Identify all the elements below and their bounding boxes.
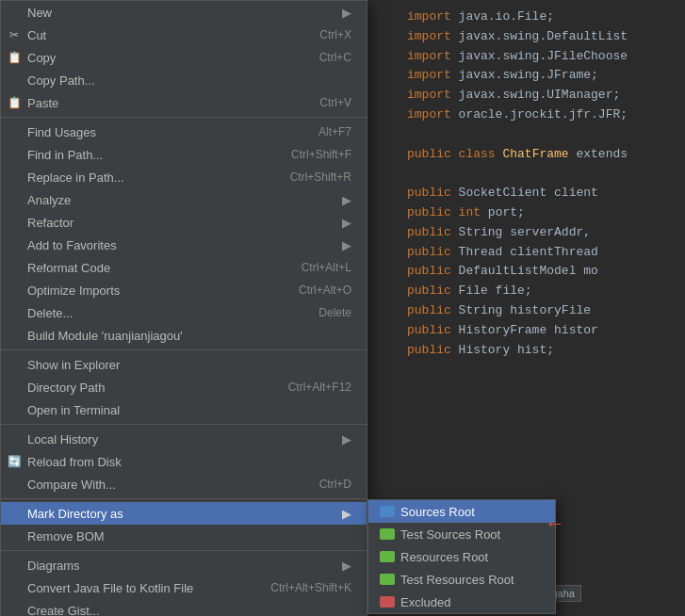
- resources-root-label: Resources Root: [400, 550, 488, 564]
- optimize-imports-label: Optimize Imports: [27, 284, 280, 298]
- add-to-favorites-label: Add to Favorites: [27, 238, 338, 252]
- show-in-explorer-label: Show in Explorer: [27, 358, 351, 372]
- local-history-arrow: ▶: [342, 432, 351, 446]
- replace-in-path-shortcut: Ctrl+Shift+R: [290, 170, 351, 184]
- excluded-label: Excluded: [400, 595, 450, 609]
- menu-item-convert-java-to-kotlin[interactable]: Convert Java File to Kotlin FileCtrl+Alt…: [1, 576, 367, 599]
- code-line: public class ChatFrame extends: [407, 145, 674, 165]
- menu-separator: [1, 424, 367, 425]
- submenu-item-resources-root[interactable]: Resources Root: [368, 545, 555, 568]
- new-label: New: [27, 6, 338, 20]
- diagrams-arrow: ▶: [342, 559, 351, 573]
- delete-label: Delete...: [27, 306, 300, 320]
- menu-item-add-to-favorites[interactable]: Add to Favorites▶: [1, 234, 367, 256]
- code-line: import javax.swing.DefaultList: [407, 27, 674, 47]
- analyze-label: Analyze: [27, 193, 338, 207]
- new-arrow: ▶: [342, 6, 351, 20]
- open-in-terminal-label: Open in Terminal: [27, 403, 351, 417]
- code-line: import javax.swing.JFrame;: [407, 66, 674, 86]
- paste-label: Paste: [27, 96, 301, 110]
- compare-with-label: Compare With...: [27, 478, 301, 492]
- menu-item-create-gist[interactable]: Create Gist...: [1, 599, 367, 616]
- find-usages-label: Find Usages: [27, 125, 300, 139]
- mark-directory-as-label: Mark Directory as: [27, 507, 338, 521]
- find-in-path-label: Find in Path...: [27, 148, 272, 162]
- menu-item-compare-with[interactable]: Compare With...Ctrl+D: [1, 473, 367, 495]
- code-line: public File file;: [407, 282, 674, 301]
- code-line: public String historyFile: [407, 301, 674, 321]
- copy-icon: 📋: [7, 50, 22, 65]
- menu-item-local-history[interactable]: Local History▶: [1, 428, 367, 450]
- cut-label: Cut: [27, 28, 301, 42]
- test-sources-root-icon: [380, 528, 395, 540]
- code-line: public int port;: [407, 203, 674, 223]
- paste-icon: 📋: [7, 95, 22, 110]
- submenu-item-sources-root[interactable]: Sources Root: [368, 500, 555, 523]
- find-usages-shortcut: Alt+F7: [318, 125, 351, 138]
- convert-java-to-kotlin-label: Convert Java File to Kotlin File: [27, 581, 252, 595]
- refactor-arrow: ▶: [342, 216, 351, 230]
- menu-item-reload-from-disk[interactable]: 🔄Reload from Disk: [1, 450, 367, 473]
- menu-item-optimize-imports[interactable]: Optimize ImportsCtrl+Alt+O: [1, 279, 367, 301]
- resources-root-icon: [380, 551, 395, 562]
- menu-item-copy[interactable]: 📋CopyCtrl+C: [1, 46, 367, 69]
- code-line: public SocketClient client: [407, 184, 674, 203]
- analyze-arrow: ▶: [342, 193, 351, 207]
- copy-label: Copy: [27, 51, 301, 65]
- menu-item-build-module[interactable]: Build Module 'ruanjianjiagou': [1, 324, 367, 347]
- submenu-item-test-resources-root[interactable]: Test Resources Root: [368, 568, 555, 591]
- code-line: import javax.swing.UIManager;: [407, 86, 674, 105]
- diagrams-label: Diagrams: [27, 559, 338, 573]
- code-line: public Thread clientThread: [407, 243, 674, 263]
- menu-item-find-in-path[interactable]: Find in Path...Ctrl+Shift+F: [1, 143, 367, 166]
- menu-item-new[interactable]: New▶: [1, 1, 367, 24]
- convert-java-to-kotlin-shortcut: Ctrl+Alt+Shift+K: [270, 581, 351, 594]
- copy-path-label: Copy Path...: [27, 73, 351, 88]
- menu-item-directory-path[interactable]: Directory PathCtrl+Alt+F12: [1, 376, 367, 398]
- code-line: public DefaultListModel mo: [407, 262, 674, 282]
- test-resources-root-label: Test Resources Root: [400, 573, 514, 587]
- menu-separator: [1, 550, 367, 551]
- compare-with-shortcut: Ctrl+D: [319, 478, 351, 491]
- code-line: public HistoryFrame histor: [407, 321, 674, 341]
- directory-path-label: Directory Path: [27, 381, 269, 395]
- optimize-imports-shortcut: Ctrl+Alt+O: [299, 284, 351, 297]
- code-line: public History hist;: [407, 341, 674, 361]
- test-resources-root-icon: [380, 574, 395, 585]
- code-line: public String serverAddr,: [407, 223, 674, 243]
- menu-item-copy-path[interactable]: Copy Path...: [1, 69, 367, 91]
- find-in-path-shortcut: Ctrl+Shift+F: [291, 148, 351, 161]
- create-gist-label: Create Gist...: [27, 604, 351, 617]
- menu-item-refactor[interactable]: Refactor▶: [1, 211, 367, 234]
- code-line: import oracle.jrockit.jfr.JFR;: [407, 105, 674, 125]
- menu-separator: [1, 498, 367, 499]
- build-module-label: Build Module 'ruanjianjiagou': [27, 329, 351, 343]
- submenu-item-test-sources-root[interactable]: Test Sources Root: [368, 523, 555, 545]
- menu-item-replace-in-path[interactable]: Replace in Path...Ctrl+Shift+R: [1, 166, 367, 188]
- add-to-favorites-arrow: ▶: [342, 238, 351, 252]
- menu-separator: [1, 117, 367, 118]
- menu-item-cut[interactable]: ✂CutCtrl+X: [1, 24, 367, 46]
- menu-item-paste[interactable]: 📋PasteCtrl+V: [1, 91, 367, 114]
- directory-path-shortcut: Ctrl+Alt+F12: [288, 381, 351, 394]
- menu-item-open-in-terminal[interactable]: Open in Terminal: [1, 398, 367, 421]
- cut-shortcut: Ctrl+X: [319, 28, 351, 41]
- paste-shortcut: Ctrl+V: [319, 96, 351, 109]
- copy-shortcut: Ctrl+C: [319, 51, 351, 64]
- menu-item-delete[interactable]: Delete...Delete: [1, 301, 367, 324]
- menu-item-analyze[interactable]: Analyze▶: [1, 188, 367, 211]
- menu-item-remove-bom[interactable]: Remove BOM: [1, 525, 367, 547]
- local-history-label: Local History: [27, 432, 338, 446]
- code-line: import java.io.File;: [407, 8, 674, 27]
- menu-item-find-usages[interactable]: Find UsagesAlt+F7: [1, 121, 367, 143]
- code-line: [407, 125, 674, 145]
- menu-item-diagrams[interactable]: Diagrams▶: [1, 554, 367, 576]
- refactor-label: Refactor: [27, 216, 338, 230]
- delete-shortcut: Delete: [318, 306, 351, 319]
- test-sources-root-label: Test Sources Root: [400, 527, 500, 542]
- submenu-item-excluded[interactable]: Excluded: [368, 591, 555, 613]
- menu-item-reformat-code[interactable]: Reformat CodeCtrl+Alt+L: [1, 256, 367, 279]
- remove-bom-label: Remove BOM: [27, 529, 351, 543]
- menu-item-mark-directory-as[interactable]: Mark Directory as▶: [1, 502, 367, 525]
- menu-item-show-in-explorer[interactable]: Show in Explorer: [1, 353, 367, 376]
